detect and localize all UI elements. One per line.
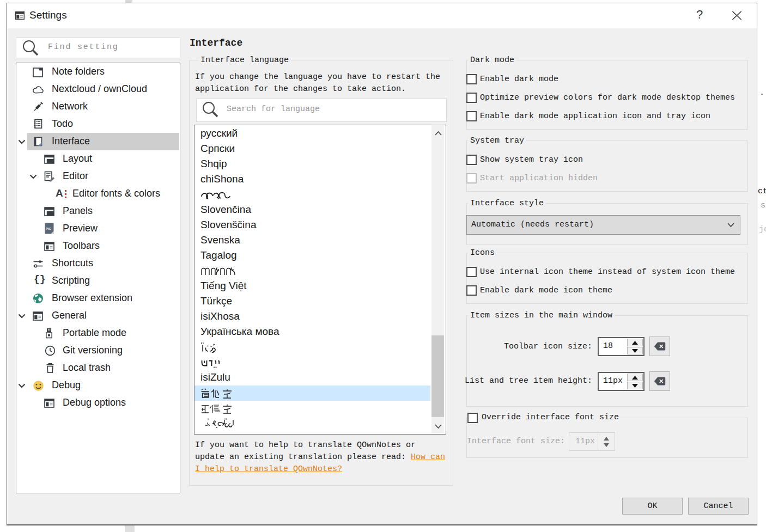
svg-text:PIC: PIC: [46, 227, 52, 230]
